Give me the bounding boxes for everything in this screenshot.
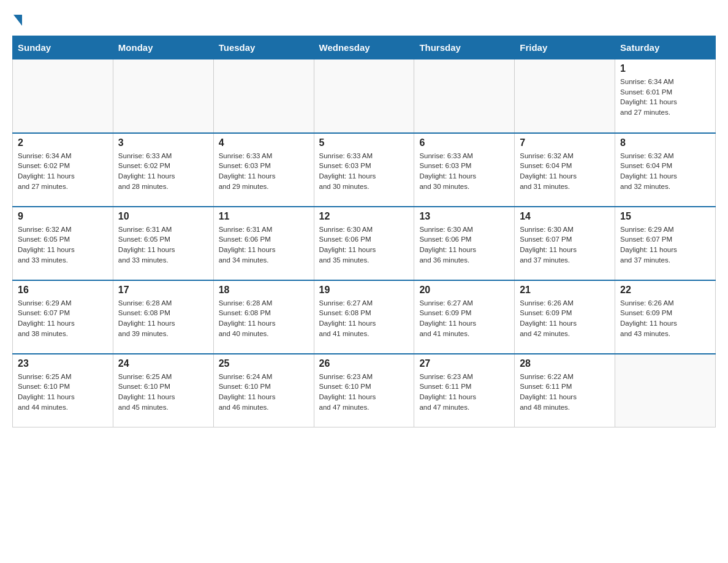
- day-number: 19: [319, 285, 409, 296]
- weekday-header-tuesday: Tuesday: [213, 36, 314, 59]
- calendar-cell: 19Sunrise: 6:27 AM Sunset: 6:08 PM Dayli…: [314, 280, 414, 354]
- day-number: 21: [520, 285, 610, 296]
- day-info: Sunrise: 6:26 AM Sunset: 6:09 PM Dayligh…: [520, 298, 610, 339]
- day-info: Sunrise: 6:33 AM Sunset: 6:03 PM Dayligh…: [219, 151, 309, 192]
- weekday-header-friday: Friday: [515, 36, 615, 59]
- day-number: 13: [419, 211, 509, 222]
- calendar-cell: 25Sunrise: 6:24 AM Sunset: 6:10 PM Dayli…: [213, 354, 314, 427]
- calendar-cell: 21Sunrise: 6:26 AM Sunset: 6:09 PM Dayli…: [515, 280, 615, 354]
- logo-arrow-icon: [13, 15, 22, 26]
- day-info: Sunrise: 6:32 AM Sunset: 6:05 PM Dayligh…: [18, 224, 108, 266]
- day-info: Sunrise: 6:24 AM Sunset: 6:10 PM Dayligh…: [219, 372, 309, 413]
- calendar-cell: [615, 354, 716, 427]
- day-number: 16: [18, 285, 108, 296]
- calendar-cell: [13, 59, 113, 133]
- calendar-cell: [515, 59, 615, 133]
- calendar-cell: 22Sunrise: 6:26 AM Sunset: 6:09 PM Dayli…: [615, 280, 716, 354]
- weekday-header-sunday: Sunday: [13, 36, 113, 59]
- calendar-cell: 20Sunrise: 6:27 AM Sunset: 6:09 PM Dayli…: [414, 280, 515, 354]
- weekday-header-saturday: Saturday: [615, 36, 716, 59]
- day-number: 3: [118, 137, 208, 148]
- day-info: Sunrise: 6:33 AM Sunset: 6:03 PM Dayligh…: [319, 151, 409, 192]
- day-info: Sunrise: 6:26 AM Sunset: 6:09 PM Dayligh…: [620, 298, 710, 339]
- weekday-header-thursday: Thursday: [414, 36, 515, 59]
- calendar-cell: 9Sunrise: 6:32 AM Sunset: 6:05 PM Daylig…: [13, 207, 113, 280]
- calendar-cell: 10Sunrise: 6:31 AM Sunset: 6:05 PM Dayli…: [113, 207, 213, 280]
- logo: [12, 12, 22, 26]
- calendar-cell: 6Sunrise: 6:33 AM Sunset: 6:03 PM Daylig…: [414, 133, 515, 207]
- day-info: Sunrise: 6:30 AM Sunset: 6:06 PM Dayligh…: [419, 224, 509, 266]
- calendar-cell: 15Sunrise: 6:29 AM Sunset: 6:07 PM Dayli…: [615, 207, 716, 280]
- day-info: Sunrise: 6:23 AM Sunset: 6:11 PM Dayligh…: [419, 372, 509, 413]
- calendar-cell: 18Sunrise: 6:28 AM Sunset: 6:08 PM Dayli…: [213, 280, 314, 354]
- day-number: 7: [520, 137, 610, 148]
- calendar-cell: [113, 59, 213, 133]
- day-number: 6: [419, 137, 509, 148]
- day-info: Sunrise: 6:30 AM Sunset: 6:06 PM Dayligh…: [319, 224, 409, 266]
- day-number: 22: [620, 285, 710, 296]
- day-info: Sunrise: 6:31 AM Sunset: 6:05 PM Dayligh…: [118, 224, 208, 266]
- day-number: 1: [620, 63, 710, 74]
- day-info: Sunrise: 6:28 AM Sunset: 6:08 PM Dayligh…: [219, 298, 309, 339]
- day-number: 15: [620, 211, 710, 222]
- day-info: Sunrise: 6:27 AM Sunset: 6:09 PM Dayligh…: [419, 298, 509, 339]
- day-number: 5: [319, 137, 409, 148]
- day-number: 24: [118, 358, 208, 369]
- calendar-cell: [213, 59, 314, 133]
- day-number: 11: [219, 211, 309, 222]
- day-number: 25: [219, 358, 309, 369]
- day-info: Sunrise: 6:23 AM Sunset: 6:10 PM Dayligh…: [319, 372, 409, 413]
- calendar-table: SundayMondayTuesdayWednesdayThursdayFrid…: [12, 36, 716, 427]
- calendar-cell: [314, 59, 414, 133]
- page-header: [12, 12, 716, 26]
- calendar-cell: 17Sunrise: 6:28 AM Sunset: 6:08 PM Dayli…: [113, 280, 213, 354]
- day-info: Sunrise: 6:30 AM Sunset: 6:07 PM Dayligh…: [520, 224, 610, 266]
- day-number: 28: [520, 358, 610, 369]
- weekday-header-row: SundayMondayTuesdayWednesdayThursdayFrid…: [13, 36, 716, 59]
- calendar-cell: 16Sunrise: 6:29 AM Sunset: 6:07 PM Dayli…: [13, 280, 113, 354]
- calendar-cell: 11Sunrise: 6:31 AM Sunset: 6:06 PM Dayli…: [213, 207, 314, 280]
- day-info: Sunrise: 6:34 AM Sunset: 6:01 PM Dayligh…: [620, 77, 710, 118]
- day-number: 20: [419, 285, 509, 296]
- day-number: 14: [520, 211, 610, 222]
- day-number: 27: [419, 358, 509, 369]
- calendar-week-row: 2Sunrise: 6:34 AM Sunset: 6:02 PM Daylig…: [13, 133, 716, 207]
- day-info: Sunrise: 6:34 AM Sunset: 6:02 PM Dayligh…: [18, 151, 108, 192]
- day-number: 8: [620, 137, 710, 148]
- calendar-cell: 14Sunrise: 6:30 AM Sunset: 6:07 PM Dayli…: [515, 207, 615, 280]
- day-number: 9: [18, 211, 108, 222]
- day-number: 10: [118, 211, 208, 222]
- calendar-cell: 7Sunrise: 6:32 AM Sunset: 6:04 PM Daylig…: [515, 133, 615, 207]
- calendar-cell: 13Sunrise: 6:30 AM Sunset: 6:06 PM Dayli…: [414, 207, 515, 280]
- day-number: 4: [219, 137, 309, 148]
- calendar-week-row: 1Sunrise: 6:34 AM Sunset: 6:01 PM Daylig…: [13, 59, 716, 133]
- calendar-cell: 12Sunrise: 6:30 AM Sunset: 6:06 PM Dayli…: [314, 207, 414, 280]
- day-info: Sunrise: 6:22 AM Sunset: 6:11 PM Dayligh…: [520, 372, 610, 413]
- day-info: Sunrise: 6:29 AM Sunset: 6:07 PM Dayligh…: [18, 298, 108, 339]
- calendar-cell: 27Sunrise: 6:23 AM Sunset: 6:11 PM Dayli…: [414, 354, 515, 427]
- day-number: 2: [18, 137, 108, 148]
- day-info: Sunrise: 6:33 AM Sunset: 6:02 PM Dayligh…: [118, 151, 208, 192]
- day-info: Sunrise: 6:25 AM Sunset: 6:10 PM Dayligh…: [18, 372, 108, 413]
- calendar-week-row: 9Sunrise: 6:32 AM Sunset: 6:05 PM Daylig…: [13, 207, 716, 280]
- weekday-header-wednesday: Wednesday: [314, 36, 414, 59]
- day-number: 18: [219, 285, 309, 296]
- day-info: Sunrise: 6:29 AM Sunset: 6:07 PM Dayligh…: [620, 224, 710, 266]
- calendar-cell: 24Sunrise: 6:25 AM Sunset: 6:10 PM Dayli…: [113, 354, 213, 427]
- calendar-cell: 23Sunrise: 6:25 AM Sunset: 6:10 PM Dayli…: [13, 354, 113, 427]
- calendar-cell: 2Sunrise: 6:34 AM Sunset: 6:02 PM Daylig…: [13, 133, 113, 207]
- day-number: 26: [319, 358, 409, 369]
- day-number: 17: [118, 285, 208, 296]
- calendar-cell: 28Sunrise: 6:22 AM Sunset: 6:11 PM Dayli…: [515, 354, 615, 427]
- day-info: Sunrise: 6:33 AM Sunset: 6:03 PM Dayligh…: [419, 151, 509, 192]
- day-number: 23: [18, 358, 108, 369]
- calendar-cell: 3Sunrise: 6:33 AM Sunset: 6:02 PM Daylig…: [113, 133, 213, 207]
- day-info: Sunrise: 6:25 AM Sunset: 6:10 PM Dayligh…: [118, 372, 208, 413]
- calendar-cell: 8Sunrise: 6:32 AM Sunset: 6:04 PM Daylig…: [615, 133, 716, 207]
- day-info: Sunrise: 6:32 AM Sunset: 6:04 PM Dayligh…: [620, 151, 710, 192]
- day-info: Sunrise: 6:28 AM Sunset: 6:08 PM Dayligh…: [118, 298, 208, 339]
- calendar-cell: 4Sunrise: 6:33 AM Sunset: 6:03 PM Daylig…: [213, 133, 314, 207]
- day-info: Sunrise: 6:32 AM Sunset: 6:04 PM Dayligh…: [520, 151, 610, 192]
- calendar-week-row: 23Sunrise: 6:25 AM Sunset: 6:10 PM Dayli…: [13, 354, 716, 427]
- day-info: Sunrise: 6:31 AM Sunset: 6:06 PM Dayligh…: [219, 224, 309, 266]
